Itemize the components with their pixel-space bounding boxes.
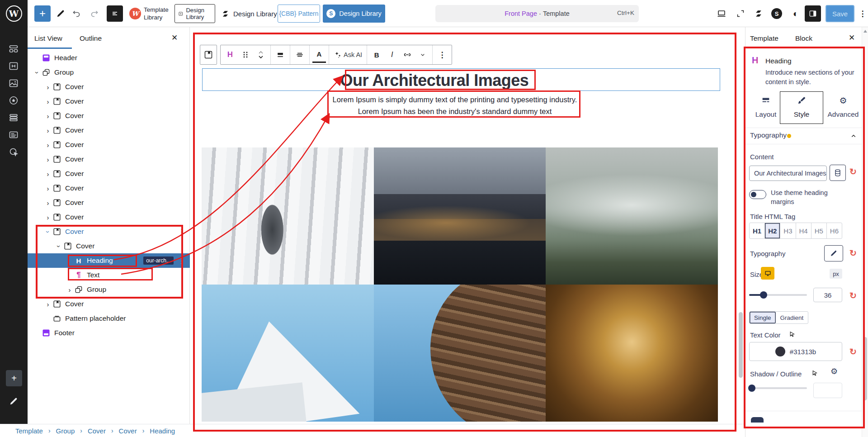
image-gallery-grid[interactable] bbox=[202, 147, 718, 422]
tree-row-cover[interactable]: ›Cover bbox=[28, 297, 190, 311]
circle-s-topbar-icon[interactable]: S bbox=[771, 8, 782, 19]
drag-handle-icon[interactable] bbox=[239, 47, 252, 63]
tree-row-cover[interactable]: ›Cover bbox=[28, 166, 190, 181]
scrollbar-thumb[interactable] bbox=[863, 337, 867, 400]
tree-row-group[interactable]: ›Group bbox=[28, 65, 190, 80]
undo-icon[interactable] bbox=[71, 8, 82, 19]
content-input[interactable]: Our Architectural Images bbox=[749, 166, 827, 181]
chevron-down-icon[interactable]: › bbox=[55, 242, 63, 250]
sidebar-scrollbar[interactable] bbox=[862, 27, 868, 437]
edit-typography-button[interactable] bbox=[824, 245, 843, 261]
fill-tab-single[interactable]: Single bbox=[750, 312, 776, 323]
stackable-s-topbar-icon[interactable] bbox=[753, 8, 764, 19]
dynamic-data-button[interactable] bbox=[830, 165, 846, 181]
tree-row-cover[interactable]: ›Cover bbox=[28, 239, 190, 253]
tag-h4-button[interactable]: H4 bbox=[796, 223, 811, 238]
image-white-triangle-building[interactable] bbox=[202, 285, 374, 422]
tree-row-cover[interactable]: ›Cover bbox=[28, 195, 190, 210]
document-title-bar[interactable]: Front Page · Template Ctrl+K bbox=[435, 5, 639, 22]
fullscreen-expand-icon[interactable] bbox=[735, 8, 746, 19]
chevron-right-icon[interactable]: › bbox=[44, 300, 52, 308]
more-options-icon[interactable]: ⋮ bbox=[857, 8, 868, 19]
typography-section-title[interactable]: Typography bbox=[750, 131, 787, 139]
tree-row-cover[interactable]: ›Cover bbox=[28, 210, 190, 224]
chevron-right-icon[interactable]: › bbox=[44, 141, 52, 149]
tag-h3-button[interactable]: H3 bbox=[780, 223, 796, 238]
reset-icon[interactable]: ↻ bbox=[849, 290, 857, 301]
design-library-active-button[interactable]: S Design Library bbox=[323, 5, 385, 23]
options-icon[interactable]: ⋮ bbox=[178, 256, 185, 265]
tree-row-pattern-placeholder[interactable]: Pattern placeholder bbox=[28, 311, 190, 326]
content-position-icon[interactable] bbox=[274, 47, 287, 63]
chevron-right-icon[interactable]: › bbox=[44, 83, 52, 91]
text-color-icon[interactable]: A bbox=[312, 47, 326, 63]
save-button[interactable]: Save bbox=[826, 5, 854, 22]
tree-row-cover[interactable]: ›Cover bbox=[28, 181, 190, 195]
align-center-icon[interactable] bbox=[293, 47, 307, 63]
image-cathedral-dome-interior[interactable] bbox=[546, 285, 718, 422]
tree-row-header[interactable]: Header bbox=[28, 51, 190, 65]
chevron-right-icon[interactable]: › bbox=[44, 199, 52, 207]
chevron-right-icon[interactable]: › bbox=[44, 170, 52, 178]
tree-row-cover[interactable]: ›Cover bbox=[28, 152, 190, 166]
shadow-settings-gear-icon[interactable]: ⚙ bbox=[830, 366, 838, 376]
tree-row-group[interactable]: ›Group bbox=[28, 282, 190, 297]
shadow-slider[interactable] bbox=[749, 387, 807, 389]
star-circle-icon[interactable] bbox=[8, 95, 19, 106]
cbb-pattern-button[interactable]: {CBB} Pattern bbox=[278, 5, 320, 23]
canvas-paragraph-text[interactable]: Lorem Ipsum is simply dummy text of the … bbox=[202, 94, 708, 117]
canvas-scrollbar[interactable] bbox=[739, 312, 743, 378]
chevron-right-icon[interactable]: › bbox=[44, 112, 52, 120]
reset-icon[interactable]: ↻ bbox=[849, 248, 857, 258]
size-slider-thumb[interactable] bbox=[760, 291, 767, 299]
tab-advanced[interactable]: ⚙ Advanced bbox=[820, 94, 867, 119]
partial-toggle[interactable] bbox=[751, 417, 764, 423]
list-view-toggle-button[interactable] bbox=[107, 5, 123, 22]
editor-canvas[interactable]: H A bbox=[190, 27, 745, 424]
tree-row-heading[interactable]: HHeadingour-arch...⋮ bbox=[28, 253, 190, 268]
tree-row-footer[interactable]: Footer bbox=[28, 326, 190, 340]
collapse-chevron-up-icon[interactable] bbox=[849, 132, 858, 142]
close-icon[interactable]: ✕ bbox=[849, 33, 855, 43]
dashboard-icon[interactable] bbox=[8, 43, 19, 54]
heading-block-icon[interactable] bbox=[8, 61, 19, 71]
responsive-desktop-button[interactable] bbox=[761, 267, 774, 280]
rail-add-button[interactable]: + bbox=[6, 370, 22, 386]
tree-row-cover[interactable]: ›Cover bbox=[28, 123, 190, 138]
reset-icon[interactable]: ↻ bbox=[849, 166, 857, 177]
tag-h6-button[interactable]: H6 bbox=[827, 223, 842, 238]
chevron-right-icon[interactable]: › bbox=[44, 98, 52, 105]
wordpress-menu-button[interactable]: W bbox=[0, 0, 28, 27]
parent-cover-selector-button[interactable] bbox=[200, 45, 217, 65]
redo-icon[interactable] bbox=[89, 8, 99, 19]
preview-devices-icon[interactable] bbox=[716, 8, 727, 19]
tag-h1-button[interactable]: H1 bbox=[750, 223, 765, 238]
tab-layout[interactable]: Layout bbox=[745, 94, 786, 119]
tab-outline[interactable]: Outline bbox=[80, 34, 102, 43]
tag-h2-button[interactable]: H2 bbox=[765, 223, 780, 238]
design-library-plain-button[interactable]: Design Library bbox=[221, 6, 277, 21]
card-icon[interactable] bbox=[8, 129, 19, 140]
tree-row-cover[interactable]: ›Cover bbox=[28, 138, 190, 152]
image-modern-house-dusk[interactable] bbox=[374, 147, 546, 285]
block-options-icon[interactable]: ⋮ bbox=[435, 47, 449, 63]
tab-template[interactable]: Template bbox=[750, 34, 778, 43]
image-block-icon[interactable] bbox=[8, 78, 19, 89]
tree-row-cover[interactable]: ›Cover bbox=[28, 80, 190, 94]
breadcrumb-item-template[interactable]: Template bbox=[15, 427, 43, 435]
shadow-slider-thumb[interactable] bbox=[748, 385, 755, 392]
bold-button[interactable]: B bbox=[370, 47, 383, 63]
scroll-up-arrow-icon[interactable] bbox=[863, 30, 867, 33]
link-icon[interactable] bbox=[401, 47, 414, 63]
theme-margins-toggle[interactable] bbox=[749, 190, 766, 199]
size-value-input[interactable]: 36 bbox=[813, 288, 842, 302]
breadcrumb-item-cover[interactable]: Cover bbox=[119, 427, 137, 435]
heading-block-badge-icon[interactable]: H bbox=[223, 47, 237, 63]
tree-row-text[interactable]: ¶Text bbox=[28, 268, 190, 282]
close-icon[interactable]: ✕ bbox=[171, 33, 178, 43]
size-slider[interactable] bbox=[749, 294, 807, 296]
image-house-misty-mountains[interactable] bbox=[546, 147, 718, 285]
image-white-arched-corridor[interactable] bbox=[202, 147, 374, 285]
chevron-down-icon[interactable]: › bbox=[33, 68, 41, 76]
shadow-value-input[interactable] bbox=[813, 383, 842, 398]
